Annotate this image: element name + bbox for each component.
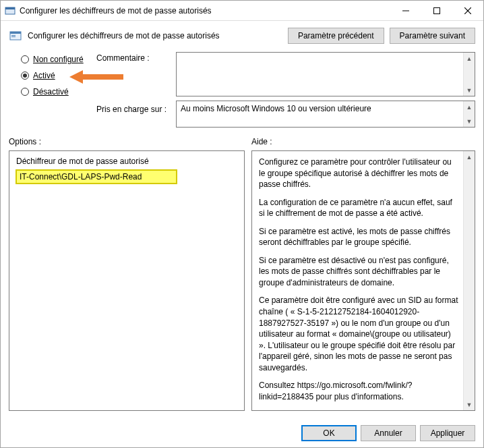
radio-label-enabled: Activé	[33, 71, 55, 80]
comment-label: Commentaire :	[96, 53, 176, 67]
radio-label-not-configured: Non configuré	[33, 55, 84, 64]
previous-setting-button[interactable]: Paramètre précédent	[288, 28, 384, 44]
cancel-button[interactable]: Annuler	[361, 425, 416, 441]
apply-button[interactable]: Appliquer	[420, 425, 475, 441]
options-panel: Déchiffreur de mot de passe autorisé	[9, 150, 245, 411]
help-text: La configuration de ce paramètre n'a auc…	[259, 197, 458, 219]
svg-rect-9	[11, 36, 16, 37]
scroll-down-icon[interactable]: ▼	[464, 399, 475, 410]
scrollbar[interactable]: ▲ ▼	[463, 151, 475, 410]
titlebar: Configurer les déchiffreurs de mot de pa…	[1, 1, 483, 21]
dialog-window: Configurer les déchiffreurs de mot de pa…	[0, 0, 484, 448]
window-title: Configurer les déchiffreurs de mot de pa…	[20, 6, 390, 16]
scrollbar[interactable]: ▲ ▼	[463, 101, 475, 127]
radio-disabled[interactable]: Désactivé	[21, 87, 96, 96]
svg-rect-1	[5, 7, 15, 9]
next-setting-button[interactable]: Paramètre suivant	[390, 28, 475, 44]
scroll-up-icon[interactable]: ▲	[464, 53, 475, 64]
help-text: Ce paramètre doit être configuré avec un…	[259, 295, 458, 373]
help-label: Aide :	[251, 137, 475, 146]
supported-on-box: Au moins Microsoft Windows 10 ou version…	[176, 101, 475, 128]
minimize-button[interactable]	[390, 1, 421, 21]
radio-icon	[21, 88, 29, 96]
policy-icon	[9, 29, 22, 43]
dialog-footer: OK Annuler Appliquer	[1, 418, 483, 447]
maximize-button[interactable]	[421, 1, 452, 21]
supported-on-text: Au moins Microsoft Windows 10 ou version…	[181, 104, 371, 113]
svg-marker-11	[69, 70, 83, 84]
radio-not-configured[interactable]: Non configuré	[21, 55, 96, 64]
radio-icon	[21, 55, 29, 63]
svg-rect-3	[434, 7, 440, 13]
options-label: Options :	[9, 137, 251, 146]
close-button[interactable]	[452, 1, 483, 21]
setting-name: Configurer les déchiffreurs de mot de pa…	[28, 31, 282, 40]
help-text: Si ce paramètre est désactivé ou n'est p…	[259, 255, 458, 289]
field-labels-column: Commentaire :	[96, 52, 176, 96]
app-icon	[5, 5, 16, 16]
radio-enabled[interactable]: Activé	[21, 71, 96, 80]
radio-label-disabled: Désactivé	[33, 87, 69, 96]
help-text: Consultez https://go.microsoft.com/fwlin…	[259, 380, 458, 402]
scroll-down-icon[interactable]: ▼	[464, 84, 475, 96]
svg-rect-7	[10, 32, 21, 34]
help-text: Configurez ce paramètre pour contrôler l…	[259, 157, 458, 190]
header-row: Configurer les déchiffreurs de mot de pa…	[9, 28, 475, 44]
authorized-decryptor-input[interactable]	[16, 170, 177, 184]
scroll-down-icon[interactable]: ▼	[464, 115, 475, 127]
supported-label: Pris en charge sur :	[96, 101, 176, 128]
scroll-up-icon[interactable]: ▲	[464, 151, 475, 163]
ok-button[interactable]: OK	[301, 425, 357, 441]
radio-icon	[21, 72, 29, 80]
help-panel: Configurez ce paramètre pour contrôler l…	[251, 150, 475, 411]
help-text: Si ce paramètre est activé, les mots de …	[259, 226, 458, 248]
comment-textarea[interactable]: ▲ ▼	[176, 52, 475, 96]
scrollbar[interactable]: ▲ ▼	[463, 53, 475, 96]
option-field-label: Déchiffreur de mot de passe autorisé	[16, 157, 237, 166]
svg-rect-8	[11, 35, 16, 36]
scroll-up-icon[interactable]: ▲	[464, 101, 475, 113]
